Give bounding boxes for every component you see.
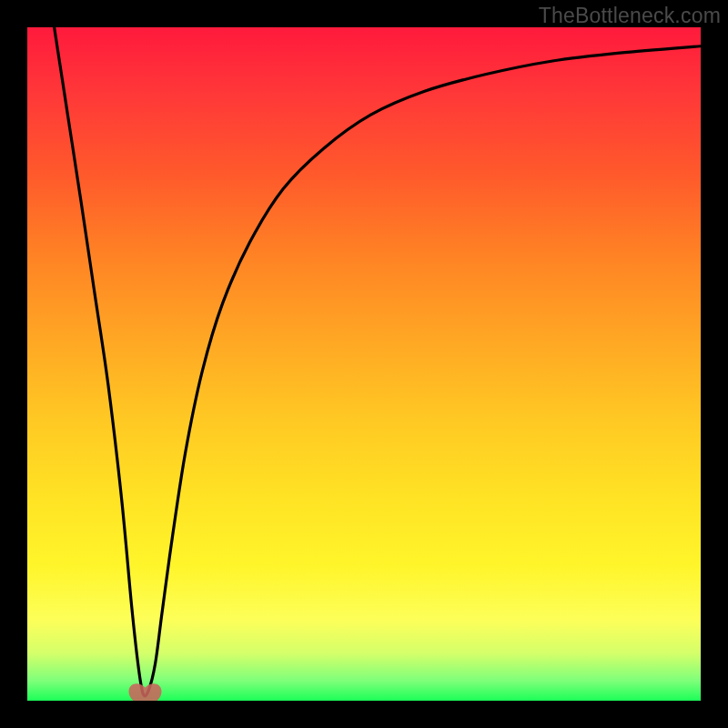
- min-point-heart: [129, 683, 162, 701]
- bottleneck-curve: [55, 27, 701, 696]
- plot-area: [27, 27, 701, 701]
- curve-layer: [27, 27, 701, 701]
- watermark-text: TheBottleneck.com: [539, 4, 721, 28]
- chart-frame: TheBottleneck.com: [0, 0, 728, 728]
